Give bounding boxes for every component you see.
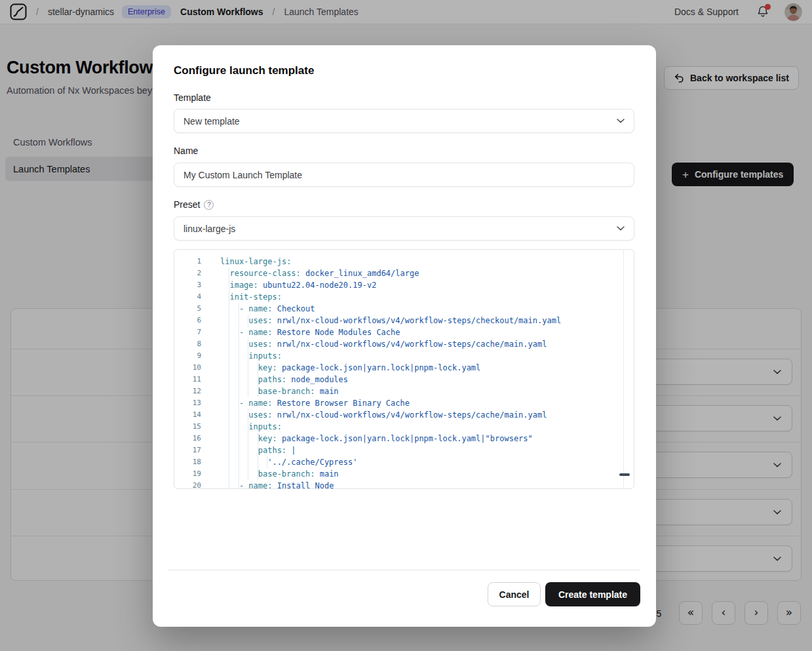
code-line: 10key: package-lock.json|yarn.lock|pnpm-… xyxy=(174,362,634,374)
code-text: image: ubuntu22.04-node20.19-v2 xyxy=(220,279,376,291)
code-text: uses: nrwl/nx-cloud-workflows/v4/workflo… xyxy=(220,338,547,350)
code-line: 1linux-large-js: xyxy=(174,256,634,267)
preset-select[interactable]: linux-large-js xyxy=(174,216,634,241)
code-text: resource-class: docker_linux_amd64/large xyxy=(220,267,419,279)
line-number: 16 xyxy=(174,433,201,444)
code-line: 2resource-class: docker_linux_amd64/larg… xyxy=(174,267,634,279)
editor-scrollbar-track xyxy=(623,250,624,488)
code-text: paths: | xyxy=(220,444,296,456)
code-text: '../.cache/Cypress' xyxy=(220,456,357,468)
line-number: 3 xyxy=(174,279,201,291)
code-line: 18'../.cache/Cypress' xyxy=(174,456,634,468)
template-select-value: New template xyxy=(184,116,240,127)
modal-title: Configure launch template xyxy=(174,64,314,77)
preset-label: Preset ? xyxy=(174,199,214,210)
code-text: - name: Install Node xyxy=(220,480,334,489)
code-line: 6uses: nrwl/nx-cloud-workflows/v4/workfl… xyxy=(174,315,634,326)
code-text: - name: Checkout xyxy=(220,303,315,315)
line-number: 6 xyxy=(174,315,201,326)
code-lines: 1linux-large-js:2resource-class: docker_… xyxy=(174,250,634,489)
line-number: 18 xyxy=(174,456,201,468)
code-text: base-branch: main xyxy=(220,468,339,480)
name-input[interactable]: My Custom Launch Template xyxy=(174,163,634,187)
code-line: 3image: ubuntu22.04-node20.19-v2 xyxy=(174,279,634,291)
code-line: 11paths: node_modules xyxy=(174,374,634,385)
line-number: 8 xyxy=(174,338,201,350)
code-line: 9inputs: xyxy=(174,350,634,362)
line-number: 14 xyxy=(174,409,201,421)
preset-label-text: Preset xyxy=(174,199,200,210)
line-number: 13 xyxy=(174,397,201,409)
code-text: base-branch: main xyxy=(220,385,339,397)
yaml-editor[interactable]: 1linux-large-js:2resource-class: docker_… xyxy=(174,249,634,489)
help-icon[interactable]: ? xyxy=(204,200,214,210)
footer-divider xyxy=(168,570,640,570)
editor-scrollbar-thumb[interactable] xyxy=(619,473,630,476)
template-label: Template xyxy=(174,92,211,103)
line-number: 11 xyxy=(174,374,201,385)
cancel-button[interactable]: Cancel xyxy=(488,582,541,606)
code-line: 8uses: nrwl/nx-cloud-workflows/v4/workfl… xyxy=(174,338,634,350)
code-text: linux-large-js: xyxy=(220,256,291,267)
code-text: - name: Restore Node Modules Cache xyxy=(220,326,400,338)
chevron-down-icon xyxy=(617,119,625,123)
code-text: key: package-lock.json|yarn.lock|pnpm-lo… xyxy=(220,362,480,374)
code-text: paths: node_modules xyxy=(220,374,348,385)
line-number: 5 xyxy=(174,303,201,315)
code-text: inputs: xyxy=(220,350,282,362)
code-text: init-steps: xyxy=(220,291,282,303)
line-number: 9 xyxy=(174,350,201,362)
code-line: 7- name: Restore Node Modules Cache xyxy=(174,326,634,338)
line-number: 1 xyxy=(174,256,201,267)
code-line: 16key: package-lock.json|yarn.lock|pnpm-… xyxy=(174,433,634,444)
name-input-value: My Custom Launch Template xyxy=(184,170,302,180)
line-number: 15 xyxy=(174,421,201,433)
code-line: 19base-branch: main xyxy=(174,468,634,480)
line-number: 10 xyxy=(174,362,201,374)
name-label: Name xyxy=(174,146,198,156)
template-select[interactable]: New template xyxy=(174,109,634,133)
code-line: 14uses: nrwl/nx-cloud-workflows/v4/workf… xyxy=(174,409,634,421)
chevron-down-icon xyxy=(617,226,625,231)
code-line: 13- name: Restore Browser Binary Cache xyxy=(174,397,634,409)
code-line: 17paths: | xyxy=(174,444,634,456)
code-line: 15inputs: xyxy=(174,421,634,433)
code-line: 20- name: Install Node xyxy=(174,480,634,489)
line-number: 4 xyxy=(174,291,201,303)
line-number: 17 xyxy=(174,444,201,456)
line-number: 20 xyxy=(174,480,201,489)
code-text: - name: Restore Browser Binary Cache xyxy=(220,397,410,409)
line-number: 2 xyxy=(174,267,201,279)
code-text: inputs: xyxy=(220,421,282,433)
code-line: 5- name: Checkout xyxy=(174,303,634,315)
configure-launch-template-modal: Configure launch template Template New t… xyxy=(153,45,656,627)
line-number: 12 xyxy=(174,385,201,397)
create-template-button[interactable]: Create template xyxy=(545,582,640,606)
preset-select-value: linux-large-js xyxy=(184,224,235,234)
line-number: 7 xyxy=(174,326,201,338)
code-line: 12base-branch: main xyxy=(174,385,634,397)
code-line: 4init-steps: xyxy=(174,291,634,303)
code-text: uses: nrwl/nx-cloud-workflows/v4/workflo… xyxy=(220,315,561,326)
code-text: key: package-lock.json|yarn.lock|pnpm-lo… xyxy=(220,433,533,444)
line-number: 19 xyxy=(174,468,201,480)
code-text: uses: nrwl/nx-cloud-workflows/v4/workflo… xyxy=(220,409,547,421)
